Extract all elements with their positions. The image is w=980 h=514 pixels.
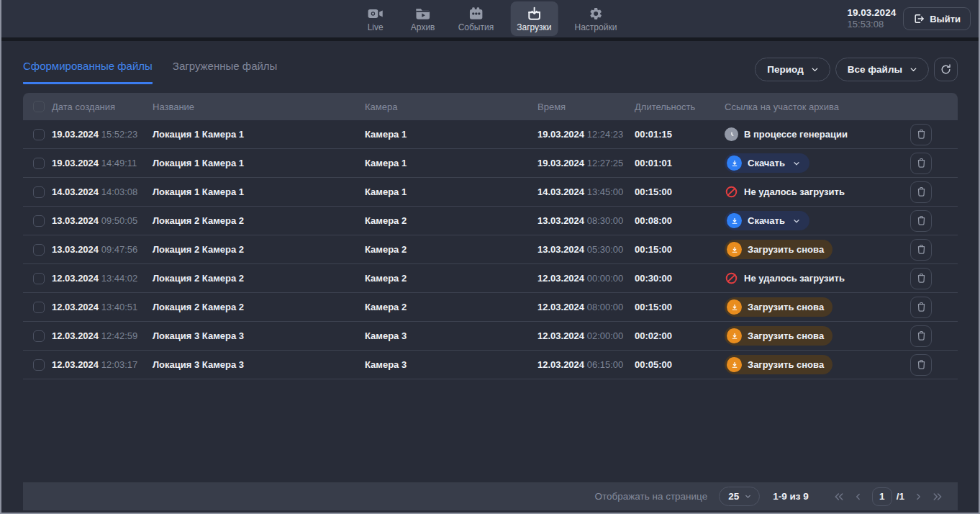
trash-icon	[915, 330, 927, 342]
chevron-right-icon	[913, 492, 923, 502]
nav-item-downloads[interactable]: Загрузки	[510, 1, 558, 36]
delete-button[interactable]	[910, 181, 932, 203]
camera-name: Камера 2	[365, 273, 537, 284]
delete-button[interactable]	[910, 210, 932, 232]
topbar: Live Архив События Загрузки	[1, 0, 979, 41]
delete-button[interactable]	[910, 268, 932, 289]
file-name: Локация 1 Камера 1	[153, 158, 365, 168]
tab-uploaded-files[interactable]: Загруженные файлы	[173, 60, 278, 84]
download-button[interactable]: Скачать	[725, 153, 809, 173]
created-cell: 12.03.2024 13:44:02	[52, 273, 153, 284]
retry-download-button[interactable]: Загрузить снова	[725, 326, 832, 346]
row-checkbox[interactable]	[33, 244, 45, 256]
chevron-down-icon	[792, 159, 801, 168]
download-button[interactable]: Скачать	[725, 211, 809, 230]
camera-name: Камера 2	[365, 244, 537, 255]
first-page-button[interactable]	[833, 492, 845, 502]
row-checkbox[interactable]	[33, 273, 45, 284]
archive-time-cell: 14.03.2024 13:45:00	[537, 186, 635, 197]
chevron-down-icon	[744, 492, 752, 500]
retry-download-button[interactable]: Загрузить снова	[725, 355, 832, 374]
logout-icon	[913, 13, 925, 24]
table-row: 13.03.2024 09:50:05 Локация 2 Камера 2 К…	[23, 207, 958, 235]
per-page-select[interactable]: 25	[719, 487, 760, 506]
per-page-value: 25	[728, 491, 739, 502]
nav-item-archive[interactable]: Архив	[404, 1, 442, 36]
table-row: 12.03.2024 13:40:51 Локация 2 Камера 2 К…	[23, 293, 958, 322]
nav-label-live: Live	[368, 23, 384, 32]
delete-button[interactable]	[910, 354, 932, 376]
file-name: Локация 1 Камера 1	[153, 186, 365, 197]
prev-page-button[interactable]	[853, 492, 863, 502]
status-failed: Не удалось загрузить	[725, 271, 845, 285]
created-cell: 13.03.2024 09:50:05	[52, 215, 153, 226]
row-checkbox[interactable]	[33, 215, 45, 227]
nav-item-events[interactable]: События	[452, 1, 501, 36]
nav-label-archive: Архив	[411, 23, 435, 32]
duration: 00:01:01	[635, 158, 725, 168]
created-cell: 14.03.2024 14:03:08	[52, 186, 153, 197]
select-all-checkbox[interactable]	[33, 101, 45, 112]
duration: 00:02:00	[635, 330, 725, 341]
table-body: 19.03.2024 15:52:23 Локация 1 Камера 1 К…	[23, 120, 958, 379]
download-icon	[727, 155, 742, 171]
events-icon	[468, 6, 484, 22]
period-filter-button[interactable]: Период	[755, 58, 830, 81]
row-checkbox[interactable]	[33, 359, 45, 371]
system-time: 15:53:08	[848, 19, 897, 30]
gear-icon	[588, 6, 603, 22]
table-row: 12.03.2024 12:03:17 Локация 3 Камера 3 К…	[23, 351, 958, 379]
archive-time-cell: 13.03.2024 08:30:00	[537, 215, 635, 226]
delete-button[interactable]	[910, 153, 932, 174]
next-page-button[interactable]	[913, 492, 923, 502]
camera-name: Камера 2	[365, 215, 537, 226]
double-chevron-left-icon	[833, 492, 845, 502]
status-failed: Не удалось загрузить	[725, 185, 845, 199]
files-filter-button[interactable]: Все файлы	[835, 58, 929, 81]
column-header-created: Дата создания	[52, 102, 153, 112]
status-cell: Загрузить снова	[725, 240, 906, 259]
delete-button[interactable]	[910, 124, 932, 145]
table-header: Дата создания Название Камера Время Длит…	[23, 93, 958, 120]
nav-item-live[interactable]: Live	[357, 1, 394, 36]
archive-time-cell: 19.03.2024 12:27:25	[537, 158, 635, 168]
nav-item-settings[interactable]: Настройки	[568, 1, 624, 36]
tabs-row: Сформированные файлы Загруженные файлы П…	[23, 60, 958, 84]
retry-download-button[interactable]: Загрузить снова	[725, 297, 832, 317]
double-chevron-right-icon	[932, 492, 943, 502]
archive-time-cell: 13.03.2024 05:30:00	[537, 244, 635, 255]
status-cell: Загрузить снова	[725, 297, 906, 317]
duration: 00:15:00	[635, 244, 725, 255]
pagination-bar: Отображать на странице 25 1-9 из 9	[23, 482, 958, 510]
file-name: Локация 2 Камера 2	[153, 244, 365, 255]
current-page-input[interactable]: 1	[872, 487, 892, 506]
download-icon	[727, 213, 742, 228]
failed-icon	[725, 185, 738, 199]
row-checkbox[interactable]	[33, 129, 45, 140]
camera-name: Камера 1	[365, 129, 537, 140]
duration: 00:15:00	[635, 186, 725, 197]
camera-name: Камера 2	[365, 302, 537, 312]
delete-button[interactable]	[910, 325, 932, 347]
chevron-down-icon	[909, 65, 918, 74]
created-cell: 19.03.2024 14:49:11	[52, 158, 153, 168]
downloads-icon	[526, 6, 542, 22]
retry-download-button[interactable]: Загрузить снова	[725, 240, 832, 259]
row-checkbox[interactable]	[33, 158, 45, 169]
row-checkbox[interactable]	[33, 302, 45, 313]
tab-generated-files[interactable]: Сформированные файлы	[23, 60, 153, 84]
delete-button[interactable]	[910, 239, 932, 261]
file-name: Локация 2 Камера 2	[153, 302, 365, 312]
last-page-button[interactable]	[932, 492, 943, 502]
files-filter-label: Все файлы	[848, 64, 902, 75]
row-checkbox[interactable]	[33, 186, 45, 198]
delete-button[interactable]	[910, 297, 932, 318]
row-checkbox[interactable]	[33, 330, 45, 342]
refresh-button[interactable]	[934, 58, 958, 81]
file-name: Локация 2 Камера 2	[153, 215, 365, 226]
trash-icon	[915, 243, 927, 256]
logout-button[interactable]: Выйти	[903, 7, 971, 30]
duration: 00:01:15	[635, 129, 725, 140]
trash-icon	[915, 157, 927, 169]
created-cell: 12.03.2024 12:03:17	[52, 359, 153, 370]
